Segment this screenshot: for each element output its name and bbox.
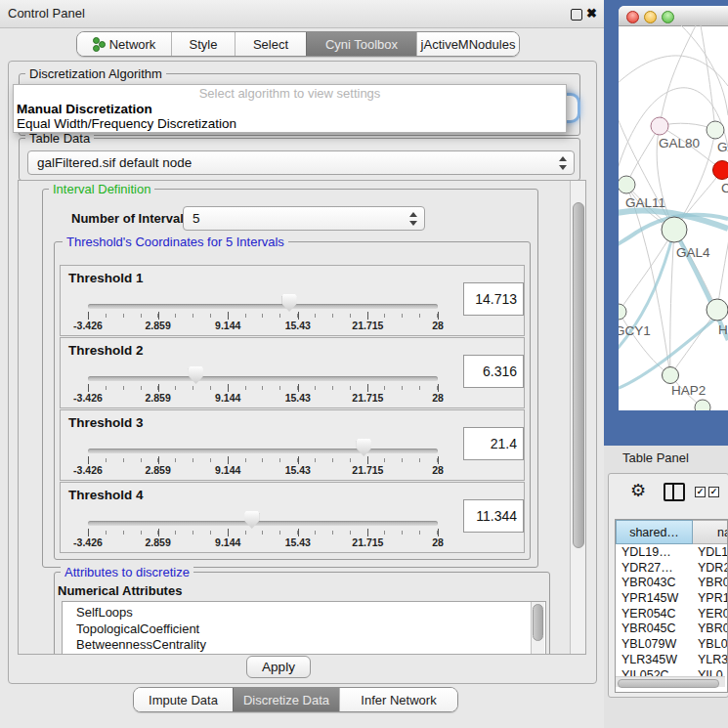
tab-network[interactable]: Network [77,32,171,56]
cell-shared-name: YDR27… [621,561,673,577]
checkbox-icon[interactable]: ✓ [708,487,719,497]
svg-text:GAL4: GAL4 [676,245,710,260]
zoom-traffic-light-icon[interactable] [662,11,674,23]
table-row[interactable]: YDR27…YDR2 [616,561,728,577]
attributes-list-scrollbar[interactable] [531,602,544,655]
threshold-4-value-field[interactable]: 11.344 [463,499,524,533]
table-header: shared… na [616,520,728,544]
tab-discretize-data[interactable]: Discretize Data [233,688,339,711]
table-panel: ⚙ ✓ ✓ shared… na YDL19…YDL1YDR27…YDR2YBR… [608,473,728,698]
cell-name: YBR0 [698,621,728,637]
scale-label: 2.859 [145,464,170,476]
cell-shared-name: YLR345W [621,653,677,668]
table-data-selected-value: galFiltered.sif default node [37,151,192,174]
cell-shared-name: YDL19… [621,545,671,561]
close-traffic-light-icon[interactable] [626,11,639,23]
interval-definition-title: Interval Definition [49,182,154,196]
threshold-2-slider-thumb[interactable] [189,366,203,384]
table-row[interactable]: YBR043CYBR0 [616,576,728,591]
slider-scale: -3.4262.8599.14415.4321.71528 [88,392,438,405]
table-row[interactable]: YBL079WYBL0 [616,637,728,653]
tab-jactivemnodules[interactable]: jActiveMNodules [416,32,519,56]
table-panel-title: Table Panel [622,450,689,465]
settings-scrollbar[interactable] [570,181,585,654]
tab-select[interactable]: Select [235,32,306,56]
network-nodes[interactable] [619,117,728,410]
scale-label: 21.715 [352,320,383,331]
table-row[interactable]: YPR145WYPR1 [616,591,728,607]
cell-name: YDL1 [698,545,728,561]
scale-label: 2.859 [145,320,170,331]
tab-style[interactable]: Style [171,32,235,56]
list-item[interactable]: TopologicalCoefficient [63,621,545,638]
discretization-algorithm-group-title: Discretization Algorithm [25,66,166,81]
number-of-intervals-value: 5 [193,207,200,230]
cell-shared-name: YER054C [621,607,676,622]
scale-label: 15.43 [285,536,311,548]
table-row[interactable]: YLR345WYLR3 [616,653,728,668]
svg-text:GAL80: GAL80 [659,136,700,150]
threshold-1-value-field[interactable]: 14.713 [463,282,524,316]
scale-label: 2.859 [145,392,170,404]
close-icon[interactable]: ✖ [586,5,597,22]
svg-text:H: H [718,322,728,337]
threshold-4-slider-thumb[interactable] [244,511,259,529]
node-red-selected [713,161,728,180]
number-of-intervals-label: Number of Intervals [71,211,191,226]
cell-shared-name: YIL052C [621,668,669,677]
slider-scale: -3.4262.8599.14415.4321.71528 [88,536,438,549]
table-body: YDL19…YDL1YDR27…YDR2YBR043CYBR0YPR145WYP… [616,545,728,676]
network-node-labels: GAL80 GAL11 GAL4 GCY1 HAP2 H GA C [619,136,728,398]
node-gal80 [651,117,668,135]
table-row[interactable]: YER054CYER0 [616,607,728,622]
threshold-3-slider-thumb[interactable] [357,439,371,456]
node-gal11 [619,176,635,193]
threshold-2-value-field[interactable]: 6.316 [463,355,524,388]
split-view-icon[interactable] [664,483,685,501]
scale-label: -3.426 [73,536,103,548]
right-region: GAL80 GAL11 GAL4 GCY1 HAP2 H GA C Table … [604,0,728,728]
slider-scale: -3.4262.8599.14415.4321.71528 [88,320,438,332]
list-item[interactable]: BetweennessCentrality [63,637,545,654]
checkbox-icon[interactable]: ✓ [695,487,706,497]
cell-name: YPR1 [698,591,728,607]
cell-shared-name: YBL079W [621,637,676,653]
column-header-shared-name[interactable]: shared… [616,520,693,544]
gear-icon[interactable]: ⚙ [630,480,646,501]
cell-shared-name: YPR145W [621,591,678,607]
control-panel-titlebar: Control Panel ✖ [0,0,604,28]
threshold-coordinates-title: Threshold's Coordinates for 5 Intervals [63,235,288,249]
scale-label: 21.715 [352,392,383,404]
minimize-traffic-light-icon[interactable] [644,11,657,23]
apply-button[interactable]: Apply [246,656,311,678]
node-attribute-table: shared… na YDL19…YDL1YDR27…YDR2YBR043CYB… [615,519,728,693]
float-window-icon[interactable] [571,9,582,21]
table-horizontal-scrollbar[interactable] [616,676,725,687]
settings-scroll-region: Interval Definition Number of Intervals … [18,180,586,655]
dropdown-option-equal-width[interactable]: Equal Width/Frequency Discretization [17,116,236,131]
table-data-select[interactable]: galFiltered.sif default node [27,150,575,175]
dropdown-option-manual[interactable]: Manual Discretization [17,102,152,116]
threshold-1-slider-thumb[interactable] [282,294,297,312]
table-row[interactable]: YIL052CYIL0 [616,668,728,677]
threshold-3-value-field[interactable]: 21.4 [463,427,524,460]
node-hap2 [663,367,679,384]
scale-label: 28 [432,536,444,548]
table-row[interactable]: YDL19…YDL1 [616,545,728,561]
tab-cyni-toolbox[interactable]: Cyni Toolbox [306,32,416,56]
tab-infer-network[interactable]: Infer Network [339,688,457,711]
network-canvas[interactable]: GAL80 GAL11 GAL4 GCY1 HAP2 H GA C [619,25,728,410]
column-header-name[interactable]: na [693,520,728,544]
svg-text:HAP2: HAP2 [671,383,706,398]
screen: Control Panel ✖ Network Style Select Cyn… [0,0,728,728]
number-of-intervals-select[interactable]: 5 [183,206,425,231]
dropdown-prompt-item[interactable]: Select algorithm to view settings [14,86,566,101]
scale-label: 28 [432,464,444,476]
list-item[interactable]: SelfLoops [63,605,545,621]
tab-impute-data[interactable]: Impute Data [134,688,233,711]
cell-name: YIL0 [698,668,723,677]
table-data-group-title: Table Data [25,131,94,146]
table-row[interactable]: YBR045CYBR0 [616,621,728,637]
cell-name: YBL0 [698,637,728,653]
table-data-group: Table Data galFiltered.sif default node [19,138,580,181]
